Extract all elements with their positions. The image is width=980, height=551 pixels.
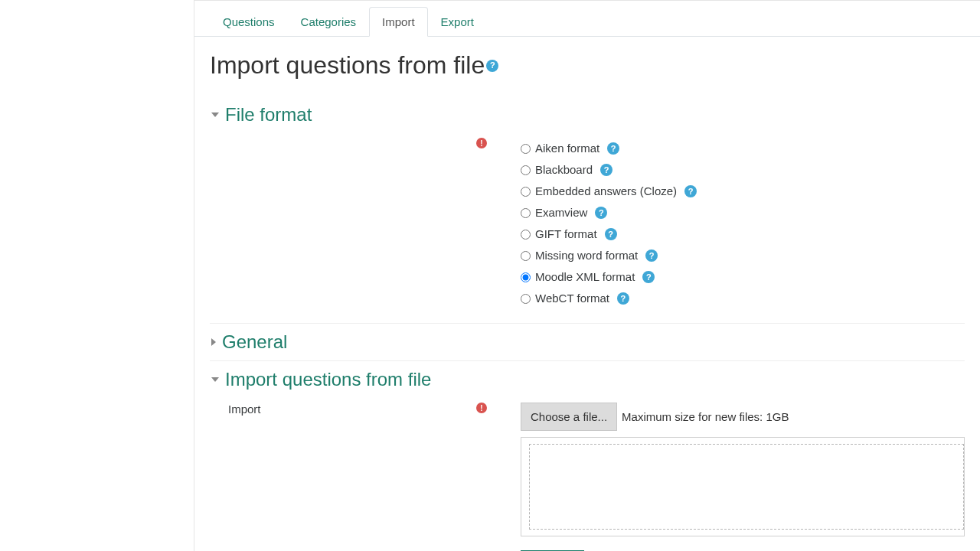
help-icon[interactable]: ? — [645, 249, 658, 262]
radio-label: GIFT format — [535, 225, 597, 243]
help-icon[interactable]: ? — [684, 185, 697, 197]
tab-bar: Questions Categories Import Export — [194, 1, 980, 37]
tab-questions[interactable]: Questions — [210, 7, 288, 37]
section-import-file: Import questions from file Import ! Choo… — [210, 361, 965, 536]
radio-aiken[interactable] — [521, 144, 531, 154]
radio-option: GIFT format ? — [521, 223, 965, 245]
help-icon[interactable]: ? — [617, 292, 629, 305]
radio-option: Aiken format ? — [521, 138, 965, 159]
dropzone-inner — [529, 444, 964, 530]
radio-option: WebCT format ? — [521, 288, 965, 309]
section-general: General — [210, 324, 965, 361]
import-content-col: Choose a file... Maximum size for new fi… — [493, 403, 965, 536]
radio-option: Missing word format ? — [521, 245, 965, 266]
tab-categories[interactable]: Categories — [288, 7, 370, 37]
radio-option: Blackboard ? — [521, 159, 965, 181]
help-icon[interactable]: ? — [607, 142, 619, 155]
file-dropzone[interactable] — [521, 437, 965, 536]
section-file-format-title: File format — [225, 104, 312, 126]
radio-examview[interactable] — [521, 208, 531, 218]
radio-option: Embedded answers (Cloze) ? — [521, 181, 965, 202]
radio-moodle-xml[interactable] — [521, 272, 531, 282]
radio-label: Missing word format — [535, 246, 638, 265]
radio-label: Aiken format — [535, 139, 599, 158]
page-title: Import questions from file? — [210, 51, 965, 80]
chevron-right-icon — [211, 338, 216, 346]
section-import-file-title: Import questions from file — [225, 369, 431, 390]
section-file-format: File format ! Aiken format ? Blackboard — [210, 96, 965, 324]
radio-gift[interactable] — [521, 230, 531, 240]
help-icon[interactable]: ? — [600, 164, 612, 176]
required-icon: ! — [476, 138, 487, 148]
chevron-down-icon — [211, 112, 219, 117]
help-icon[interactable]: ? — [486, 60, 498, 72]
radio-label: Moodle XML format — [535, 268, 635, 286]
radio-option: Moodle XML format ? — [521, 266, 965, 288]
help-icon[interactable]: ? — [605, 228, 617, 240]
radio-missing-word[interactable] — [521, 251, 531, 261]
section-general-title: General — [222, 331, 287, 353]
section-general-header[interactable]: General — [210, 324, 965, 360]
main-content: Import questions from file? File format … — [194, 37, 980, 551]
radio-label: Examview — [535, 204, 587, 222]
file-format-label-col: ! — [210, 138, 493, 309]
tab-import[interactable]: Import — [369, 7, 428, 37]
page-container: Questions Categories Import Export Impor… — [194, 0, 980, 551]
tab-export[interactable]: Export — [428, 7, 487, 37]
chevron-down-icon — [211, 377, 219, 382]
section-import-file-header[interactable]: Import questions from file — [210, 361, 965, 398]
file-picker-row: Choose a file... Maximum size for new fi… — [521, 403, 965, 431]
help-icon[interactable]: ? — [642, 271, 655, 283]
radio-option: Examview ? — [521, 202, 965, 223]
radio-webct[interactable] — [521, 294, 531, 304]
radio-label: Embedded answers (Cloze) — [535, 182, 677, 201]
file-format-options: Aiken format ? Blackboard ? Embedded ans… — [493, 138, 965, 309]
section-import-file-body: Import ! Choose a file... Maximum size f… — [210, 398, 965, 536]
page-title-text: Import questions from file — [210, 51, 485, 79]
help-icon[interactable]: ? — [595, 207, 607, 219]
import-field-label: Import — [228, 403, 261, 416]
radio-blackboard[interactable] — [521, 165, 531, 175]
import-label-col: Import ! — [210, 403, 493, 536]
section-file-format-body: ! Aiken format ? Blackboard ? — [210, 133, 965, 323]
section-file-format-header[interactable]: File format — [210, 96, 965, 133]
choose-file-button[interactable]: Choose a file... — [521, 403, 617, 431]
required-icon: ! — [476, 403, 487, 413]
max-size-text: Maximum size for new files: 1GB — [622, 410, 789, 423]
radio-label: WebCT format — [535, 289, 609, 308]
radio-label: Blackboard — [535, 161, 593, 179]
radio-cloze[interactable] — [521, 187, 531, 197]
